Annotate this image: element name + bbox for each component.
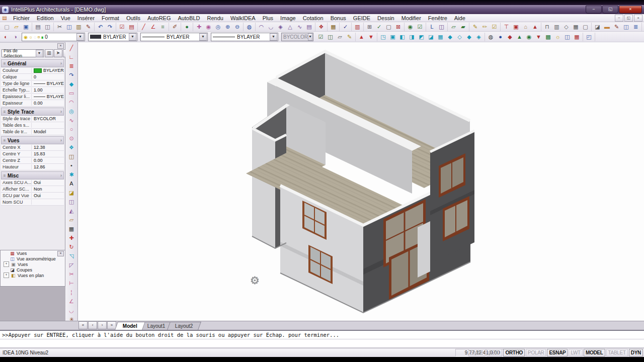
selection-combo[interactable]: Pas de Sélection ▼ [2,49,44,57]
menu-autobld[interactable]: AutoBLD [175,15,204,22]
polyline-tool-icon[interactable]: ∠ [148,23,158,31]
line-icon[interactable]: ╱ [66,43,76,52]
command-input[interactable] [0,339,644,348]
wall-delete-icon[interactable]: ⊠ [393,23,403,31]
menu-walkidea[interactable]: WalkIDEA [227,15,259,22]
tree-item-vue-axonometrique[interactable]: ◫Vue axonométrique [1,256,65,261]
property-row-centre-x[interactable]: Centre X12.38 [1,144,64,151]
level-up-icon[interactable]: ▲ [357,33,366,41]
block-icon[interactable]: ❖ [66,143,76,152]
lineweight-combo[interactable]: BYLAYER ▼ [211,33,278,41]
opening-tool-icon[interactable]: ◉ [406,23,415,31]
toggle-polar[interactable]: POLAR [526,349,546,356]
color-combo[interactable]: BYLAYER ▼ [88,33,137,41]
chevron-down-icon[interactable]: ▼ [76,33,84,41]
mdi-close-button[interactable]: × [634,15,642,22]
menu-fichier[interactable]: Fichier [10,15,33,22]
line-tool-icon[interactable]: ╱ [139,23,148,31]
view-bottom-icon[interactable]: ▣ [388,33,397,41]
paste-block-icon[interactable]: ◰ [584,33,594,41]
print-icon[interactable]: ▤ [33,23,43,31]
named-views-icon[interactable]: ◈ [276,23,285,31]
iso-sw-icon[interactable]: ◆ [445,33,455,41]
tree-item-coupes[interactable]: ◪Coupes [1,267,65,273]
donut-icon[interactable]: ◎ [66,107,76,116]
layout-box-icon[interactable]: ◫ [437,23,446,31]
markup-icon[interactable]: ▤ [127,23,136,31]
shade-flat-icon[interactable]: ▲ [515,33,524,41]
menu-outils[interactable]: Outils [123,15,144,22]
prev-layer-icon[interactable]: ▱ [335,33,345,41]
menu-format[interactable]: Format [98,15,123,22]
stretch-icon[interactable]: ◸ [66,260,76,269]
command-line-area[interactable]: >>Appuyer sur ENTREE, cliquer à l'aide d… [0,330,644,348]
section-header-general[interactable]: ≡Général› [1,59,64,67]
zoom-realtime-icon[interactable]: ◉ [204,23,213,31]
trim-icon[interactable]: ✂ [66,269,76,279]
text-icon[interactable]: A [66,179,76,188]
break-icon[interactable]: ¦ [66,288,76,297]
menu-plus[interactable]: Plus [259,15,277,22]
slab-b-icon[interactable]: ▰ [458,23,468,31]
chevron-down-icon[interactable]: ▼ [199,33,207,41]
redo-icon[interactable]: ↷ [105,23,115,31]
table-tool-icon[interactable]: ▥ [552,23,561,31]
toggle-lwt[interactable]: LWT [569,349,582,356]
furniture-tool-icon[interactable]: ⊓ [542,23,552,31]
menu-autoreg[interactable]: AutoREG [144,15,174,22]
view-top-icon[interactable]: ◳ [378,33,388,41]
clipboard-tool-icon[interactable]: ▢ [581,23,590,31]
render-sphere-icon[interactable]: ● [182,23,192,31]
menu-modifier[interactable]: Modifier [398,15,425,22]
eraser-tool-icon[interactable]: ◪ [593,23,602,31]
view-left-icon[interactable]: ◧ [397,33,407,41]
copy-object-icon[interactable]: ◫ [66,197,76,206]
property-row-couleur[interactable]: CouleurBYLAYER [1,67,64,74]
quick-select-button[interactable]: ▥ [45,49,53,57]
drawing-viewport[interactable]: ⚙ [78,42,644,321]
layer-manager-icon[interactable]: ▤ [304,23,314,31]
shade-3d-icon[interactable]: ● [496,33,505,41]
copy-icon[interactable]: ◫ [64,23,74,31]
distance-icon[interactable]: ≡ [158,23,168,31]
menu-inserer[interactable]: Insérer [74,15,98,22]
menu-cotation[interactable]: Cotation [299,15,327,22]
chevron-down-icon[interactable]: ▼ [129,33,136,41]
layer-props-icon[interactable]: ◐ [1,33,11,41]
paste-icon[interactable]: ▥ [74,23,84,31]
check-standards-icon[interactable]: ✓ [341,23,350,31]
layer-state-icon[interactable]: ✎ [345,33,354,41]
insert-block-icon[interactable]: ◫ [66,152,76,161]
stack-tool-icon[interactable]: ≣ [631,23,640,31]
copy-layer-icon[interactable]: ◫ [326,33,335,41]
text-tool-icon[interactable]: ⊤ [502,23,511,31]
zoom-in-icon[interactable]: ⊕ [223,23,232,31]
box-blue-icon[interactable]: ◫ [621,23,631,31]
tree-item-vues-en-plan[interactable]: +◧Vues en plan [1,273,65,278]
pencil-check-icon[interactable]: ☑ [490,23,499,31]
print-preview-icon[interactable]: ◫ [43,23,52,31]
opening-check-icon[interactable]: ☑ [415,23,425,31]
restore-button[interactable]: ◱ [602,6,618,14]
ellipse-icon[interactable]: ⊙ [66,134,76,143]
undo-icon[interactable]: ↶ [96,23,105,31]
layer-combo[interactable]: ◉☼◌¤∎ 0 ▼ [22,33,85,41]
point-icon[interactable]: • [66,161,76,170]
sheet-set-icon[interactable]: ▦ [329,23,338,31]
tab-nav-1[interactable]: ‹ [88,321,97,329]
section-header-misc[interactable]: ≡Misc› [1,171,64,179]
save-icon[interactable]: ▣ [21,23,31,31]
menu-geide[interactable]: GEIDE [350,15,374,22]
section-header-style-trace[interactable]: ≡Style Trace› [1,108,64,116]
property-row-table-des-s-[interactable]: Table des s... [1,122,64,129]
menu-vue[interactable]: Vue [57,15,74,22]
menu-fenetre[interactable]: Fenêtre [425,15,451,22]
home-tool-icon[interactable]: ⌂ [521,23,530,31]
grid-tool-icon[interactable]: ▦ [571,23,581,31]
help-icon[interactable]: ◍ [245,23,254,31]
menu-edition[interactable]: Edition [33,15,57,22]
diamond-tool-icon[interactable]: ◇ [561,23,571,31]
regen-icon[interactable]: ◡ [266,23,276,31]
section-header-vues[interactable]: ≡Vues› [1,136,64,144]
toggle-ortho[interactable]: ORTHO [503,349,525,356]
